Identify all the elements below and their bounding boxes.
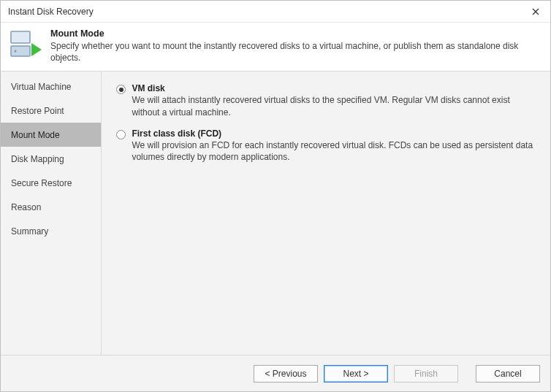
option-title: VM disk xyxy=(132,83,536,93)
svg-rect-2 xyxy=(11,31,30,43)
option-text: First class disk (FCD) We will provision… xyxy=(132,128,536,163)
header-text: Mount Mode Specify whether you want to m… xyxy=(50,28,542,64)
sidebar-item-label: Restore Point xyxy=(11,106,64,116)
button-label: Finish xyxy=(414,369,438,379)
button-label: Cancel xyxy=(494,369,521,379)
svg-marker-5 xyxy=(31,43,42,56)
close-button[interactable] xyxy=(521,1,550,23)
radio-vm-disk[interactable] xyxy=(116,85,126,94)
option-description: We will provision an FCD for each instan… xyxy=(132,139,536,163)
wizard-footer: < Previous Next > Finish Cancel xyxy=(1,355,550,391)
option-title: First class disk (FCD) xyxy=(132,128,536,139)
option-vm-disk[interactable]: VM disk We will attach instantly recover… xyxy=(116,83,536,118)
sidebar-item-restore-point[interactable]: Restore Point xyxy=(1,99,101,123)
next-button[interactable]: Next > xyxy=(324,365,388,383)
header-title: Mount Mode xyxy=(50,28,542,39)
sidebar-item-label: Secure Restore xyxy=(11,178,72,188)
option-description: We will attach instantly recovered virtu… xyxy=(132,94,536,118)
sidebar-item-label: Virtual Machine xyxy=(11,82,72,92)
finish-button: Finish xyxy=(394,365,458,383)
window-title: Instant Disk Recovery xyxy=(8,7,94,17)
previous-button[interactable]: < Previous xyxy=(254,365,318,383)
dialog-window: Instant Disk Recovery Mount Mode Specify… xyxy=(0,0,551,392)
close-icon xyxy=(532,8,539,15)
sidebar-item-mount-mode[interactable]: Mount Mode xyxy=(1,123,101,147)
sidebar-item-virtual-machine[interactable]: Virtual Machine xyxy=(1,74,101,99)
wizard-body: Virtual Machine Restore Point Mount Mode… xyxy=(1,71,550,355)
radio-fcd[interactable] xyxy=(116,130,126,139)
option-text: VM disk We will attach instantly recover… xyxy=(132,83,536,118)
sidebar-item-label: Summary xyxy=(11,226,48,237)
svg-rect-3 xyxy=(11,46,30,56)
sidebar-item-summary[interactable]: Summary xyxy=(1,219,101,243)
svg-point-4 xyxy=(15,50,17,53)
header-subtitle: Specify whether you want to mount the in… xyxy=(50,40,542,64)
sidebar-item-secure-restore[interactable]: Secure Restore xyxy=(1,171,101,195)
sidebar-item-label: Reason xyxy=(11,202,41,212)
option-fcd[interactable]: First class disk (FCD) We will provision… xyxy=(116,128,536,163)
sidebar-item-disk-mapping[interactable]: Disk Mapping xyxy=(1,147,101,171)
wizard-steps-sidebar: Virtual Machine Restore Point Mount Mode… xyxy=(1,72,102,355)
cancel-button[interactable]: Cancel xyxy=(476,365,540,383)
wizard-header: Mount Mode Specify whether you want to m… xyxy=(1,23,550,71)
sidebar-item-label: Disk Mapping xyxy=(11,154,64,164)
button-label: Next > xyxy=(343,369,368,379)
titlebar: Instant Disk Recovery xyxy=(1,1,550,23)
button-label: < Previous xyxy=(265,369,306,379)
sidebar-item-reason[interactable]: Reason xyxy=(1,195,101,219)
sidebar-item-label: Mount Mode xyxy=(11,130,60,140)
disk-recovery-icon xyxy=(10,30,43,59)
wizard-content: VM disk We will attach instantly recover… xyxy=(102,72,550,355)
